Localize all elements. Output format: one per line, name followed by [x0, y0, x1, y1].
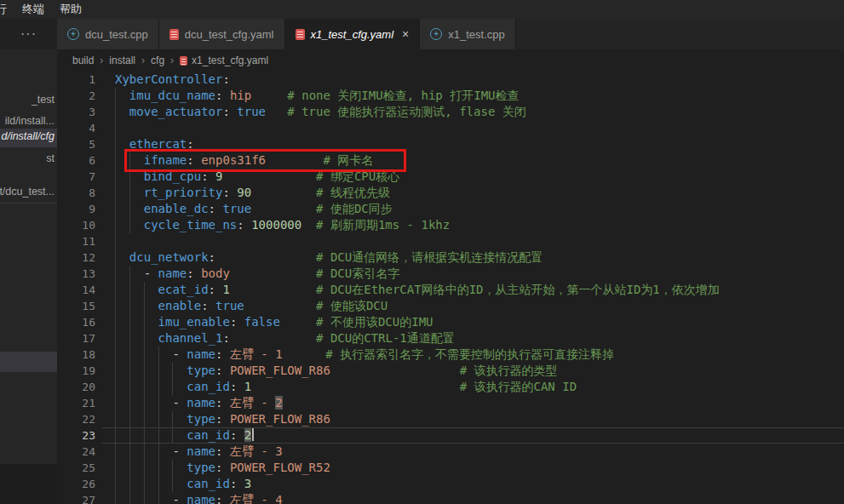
- code-line[interactable]: can_id: 2: [115, 427, 720, 444]
- token-bool: true: [222, 202, 251, 215]
- code-line[interactable]: - name: 左臂 - 1 # 执行器索引名字，不需要控制的执行器可直接注释掉: [115, 346, 720, 363]
- breadcrumb-segment-cfg[interactable]: cfg: [151, 54, 164, 66]
- sidebar-item[interactable]: d/install/cfg: [0, 129, 57, 147]
- token-text: [115, 218, 144, 232]
- token-pun: -: [172, 444, 187, 458]
- token-bool: false: [244, 315, 280, 329]
- token-text: [115, 266, 144, 280]
- token-text: [330, 364, 460, 377]
- code-line[interactable]: - name: 左臂 - 4: [115, 492, 720, 504]
- token-key: enable_dc: [144, 202, 209, 215]
- line-number: 26: [57, 476, 98, 492]
- sidebar-selected-row[interactable]: [0, 352, 57, 372]
- code-line[interactable]: imu_enable: false # 不使用该DCU的IMU: [115, 314, 720, 330]
- menu-item-帮助[interactable]: 帮助: [52, 0, 89, 19]
- chevron-right-icon: ›: [100, 54, 103, 66]
- breadcrumb-file[interactable]: x1_test_cfg.yaml: [192, 54, 268, 66]
- code-line[interactable]: XyberController:: [115, 72, 720, 88]
- token-key: imu_dcu_name: [129, 89, 215, 102]
- token-cmt: # 不使用该DCU的IMU: [316, 315, 433, 329]
- tab-x1_test.cpp[interactable]: +x1_test.cpp: [420, 19, 516, 49]
- tab-overflow-actions[interactable]: ···: [0, 19, 57, 49]
- sidebar-item[interactable]: _test: [0, 92, 57, 109]
- code-line[interactable]: type: POWER_FLOW_R52: [115, 460, 720, 476]
- breadcrumb-segment-build[interactable]: build: [72, 54, 94, 66]
- code-line[interactable]: type: POWER_FLOW_R86 # 该执行器的类型: [115, 363, 720, 379]
- line-number: 6: [57, 152, 98, 169]
- sidebar-item[interactable]: ild/install...: [0, 113, 57, 130]
- token-pun: :: [209, 202, 215, 215]
- token-pun: :: [209, 250, 215, 264]
- code-line[interactable]: enable: true # 使能该DCU: [115, 298, 720, 314]
- token-key: type: [187, 412, 215, 426]
- token-pun: :: [222, 105, 229, 118]
- tab-dcu_test.cpp[interactable]: +dcu_test.cpp: [57, 19, 159, 49]
- code-line[interactable]: type: POWER_FLOW_R86: [115, 411, 720, 427]
- code-line[interactable]: dcu_network: # DCU通信网络，请根据实机连接情况配置: [115, 249, 720, 266]
- code-line[interactable]: [115, 233, 720, 249]
- code-line[interactable]: can_id: 1 # 该执行器的CAN ID: [115, 379, 720, 395]
- code-line[interactable]: [115, 120, 720, 136]
- code-line[interactable]: - name: body # DCU索引名字: [115, 266, 720, 282]
- line-number: 1: [57, 72, 98, 88]
- token-str: 左臂 -: [230, 396, 275, 410]
- token-cmt: # 执行器索引名字，不需要控制的执行器可直接注释掉: [325, 347, 614, 361]
- line-number: 11: [57, 233, 98, 249]
- token-num: 1: [222, 283, 229, 296]
- token-key: ecat_id: [158, 283, 209, 296]
- token-text: [237, 477, 244, 490]
- code-line[interactable]: ecat_id: 1 # DCU在EtherCAT网络中的ID，从主站开始，第一…: [115, 282, 720, 298]
- code-line[interactable]: imu_dcu_name: hip # none 关闭IMU检查, hip 打开…: [115, 88, 720, 104]
- token-key: can_id: [187, 428, 230, 442]
- token-key: imu_enable: [158, 315, 230, 329]
- sidebar-item[interactable]: st: [0, 151, 57, 168]
- token-text: [230, 266, 316, 280]
- code-line[interactable]: - name: 左臂 - 2: [115, 395, 720, 411]
- token-text: [251, 202, 316, 215]
- line-number: 18: [57, 346, 98, 363]
- menu-item-行[interactable]: 行: [0, 0, 14, 19]
- sidebar-item-label: _test: [32, 94, 55, 106]
- token-text: [115, 477, 187, 490]
- tab-x1_test_cfg.yaml[interactable]: x1_test_cfg.yaml×: [285, 19, 421, 49]
- code-line[interactable]: cycle_time_ns: 1000000 # 刷新周期1ms - 1khz: [115, 217, 720, 233]
- token-pun: -: [144, 266, 158, 280]
- code-line[interactable]: move_actuator: true # true 使能执行器运动测试, fl…: [115, 104, 720, 120]
- token-text: [222, 493, 229, 504]
- menu-item-终端[interactable]: 终端: [14, 0, 52, 19]
- line-number: 14: [57, 282, 98, 298]
- code-line[interactable]: rt_priority: 90 # 线程优先级: [115, 185, 720, 201]
- line-number: 17: [57, 330, 98, 346]
- line-number: 5: [57, 136, 98, 152]
- token-key: type: [187, 364, 215, 377]
- token-str: 左臂 - 1: [230, 347, 283, 361]
- code-line[interactable]: - name: 左臂 - 3: [115, 444, 720, 460]
- token-cmt: # true 使能执行器运动测试, flase 关闭: [287, 105, 525, 118]
- line-number: 25: [57, 460, 98, 476]
- token-key: name: [187, 347, 215, 361]
- cpp-file-icon: +: [430, 28, 442, 40]
- token-num: 1: [244, 380, 251, 393]
- tab-dcu_test_cfg.yaml[interactable]: dcu_test_cfg.yaml: [159, 19, 285, 49]
- code-content[interactable]: XyberController: imu_dcu_name: hip # non…: [115, 72, 720, 504]
- token-num: 1000000: [251, 218, 301, 232]
- token-str: POWER_FLOW_R86: [230, 412, 330, 426]
- token-text: [115, 299, 158, 312]
- close-icon[interactable]: ×: [402, 28, 409, 40]
- code-line[interactable]: can_id: 3: [115, 476, 720, 492]
- sidebar-item[interactable]: t/dcu_test...: [0, 184, 57, 201]
- code-line[interactable]: channel_1: # DCU的CTRL-1通道配置: [115, 330, 720, 346]
- token-text: [115, 202, 144, 215]
- token-text: [115, 412, 187, 426]
- sidebar-bottom-panel: [0, 464, 57, 504]
- token-text: [115, 331, 158, 345]
- token-text: [222, 396, 229, 410]
- code-line[interactable]: enable_dc: true # 使能DC同步: [115, 201, 720, 217]
- token-cmt: # 线程优先级: [316, 186, 390, 199]
- token-text: [251, 380, 459, 393]
- editor[interactable]: 1234567891011121314151617181920212223242…: [57, 72, 844, 504]
- tab-label: dcu_test_cfg.yaml: [185, 28, 274, 41]
- line-number: 21: [57, 395, 98, 411]
- token-text: [115, 444, 172, 458]
- breadcrumb-segment-install[interactable]: install: [109, 54, 135, 66]
